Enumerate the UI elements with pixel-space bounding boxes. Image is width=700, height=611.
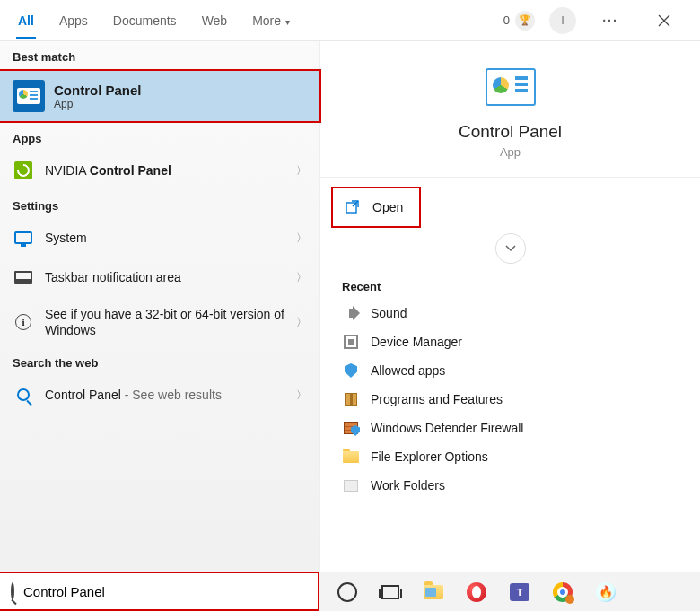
points-value: 0 (503, 13, 510, 27)
settings-label: Settings (0, 190, 319, 218)
taskview-icon (381, 585, 399, 599)
close-icon[interactable] (644, 1, 684, 40)
filter-tabs: All Apps Documents Web More ▾ (16, 3, 292, 39)
folder-icon (342, 476, 360, 494)
more-options-icon[interactable]: ··· (591, 1, 630, 40)
recent-list: Sound Device Manager Allowed apps Progra… (320, 299, 700, 500)
chevron-right-icon: 〉 (296, 231, 307, 246)
recent-file-explorer-options[interactable]: File Explorer Options (331, 442, 689, 471)
web-search-control-panel[interactable]: Control Panel - See web results 〉 (0, 375, 319, 415)
search-input[interactable] (23, 584, 307, 599)
nvidia-icon (13, 160, 34, 181)
taskbar-icon (13, 266, 34, 288)
paint-icon (596, 582, 616, 602)
preview-pane: Control Panel App Open Recent Sound Devi… (319, 41, 700, 611)
best-match-text: Control Panel App (54, 83, 142, 110)
setting-label: Taskbar notification area (45, 270, 289, 284)
body: Best match Control Panel App Apps NVIDIA… (0, 41, 700, 611)
best-match-label: Best match (0, 41, 319, 69)
opera-icon (467, 582, 486, 602)
header-right: 0 🏆 I ··· (503, 1, 684, 40)
recent-item-label: Sound (371, 306, 407, 320)
best-match-subtitle: App (54, 98, 142, 110)
recent-device-manager[interactable]: Device Manager (331, 327, 689, 356)
box-icon (342, 390, 360, 408)
preview-subtitle: App (500, 145, 521, 159)
trophy-icon: 🏆 (515, 11, 535, 31)
cortana-icon (337, 582, 357, 602)
expand-actions (320, 228, 700, 269)
results-pane: Best match Control Panel App Apps NVIDIA… (0, 41, 319, 611)
app-nvidia-control-panel[interactable]: NVIDIA Control Panel 〉 (0, 151, 319, 190)
taskbar-opera[interactable] (458, 576, 495, 608)
chevron-right-icon: 〉 (296, 315, 307, 330)
setting-32-64-bit[interactable]: i See if you have a 32-bit or 64-bit ver… (0, 297, 319, 347)
setting-label: System (45, 231, 289, 245)
taskbar-explorer[interactable] (415, 576, 452, 608)
tab-documents[interactable]: Documents (111, 3, 179, 39)
app-label: NVIDIA Control Panel (45, 163, 289, 178)
recent-item-label: Windows Defender Firewall (371, 421, 523, 435)
folder-icon (342, 448, 360, 466)
chip-icon (342, 333, 360, 351)
recent-item-label: Work Folders (371, 478, 445, 493)
recent-item-label: Device Manager (371, 335, 462, 349)
search-icon (11, 584, 14, 598)
file-explorer-icon (424, 585, 443, 599)
best-match-title: Control Panel (54, 83, 142, 98)
tab-more[interactable]: More ▾ (250, 3, 292, 39)
open-label: Open (372, 200, 403, 214)
svg-line-3 (353, 201, 358, 206)
taskbar: T (319, 572, 700, 611)
chrome-icon (553, 582, 573, 602)
search-web-label: Search the web (0, 347, 319, 375)
apps-label: Apps (0, 123, 319, 151)
web-label: Control Panel - See web results (45, 388, 289, 402)
setting-system[interactable]: System 〉 (0, 218, 319, 257)
search-bar[interactable] (0, 572, 319, 611)
taskbar-teams[interactable]: T (501, 576, 538, 608)
info-icon: i (13, 311, 34, 333)
open-action[interactable]: Open (331, 187, 421, 228)
taskbar-chrome[interactable] (544, 576, 582, 608)
recent-work-folders[interactable]: Work Folders (331, 471, 689, 500)
recent-item-label: File Explorer Options (371, 450, 488, 464)
monitor-icon (13, 227, 34, 249)
preview-header: Control Panel App (320, 59, 700, 178)
shield-icon (342, 362, 360, 380)
chevron-right-icon: 〉 (296, 388, 307, 403)
preview-title: Control Panel (459, 122, 562, 142)
best-match-result[interactable]: Control Panel App (0, 69, 321, 123)
header-bar: All Apps Documents Web More ▾ 0 🏆 I ··· (0, 0, 700, 41)
setting-taskbar-notification[interactable]: Taskbar notification area 〉 (0, 257, 319, 297)
chevron-right-icon: 〉 (296, 163, 307, 179)
chevron-down-icon: ▾ (283, 17, 290, 27)
recent-item-label: Allowed apps (371, 363, 445, 378)
tab-all[interactable]: All (16, 3, 36, 39)
recent-sound[interactable]: Sound (331, 299, 689, 327)
taskbar-cortana[interactable] (328, 576, 366, 608)
recent-label: Recent (320, 269, 700, 299)
chevron-right-icon: 〉 (296, 270, 307, 285)
speaker-icon (342, 304, 360, 322)
open-icon (342, 196, 363, 218)
tab-apps[interactable]: Apps (57, 3, 90, 39)
taskbar-taskview[interactable] (372, 576, 409, 608)
recent-defender-firewall[interactable]: Windows Defender Firewall (331, 414, 689, 442)
tab-web[interactable]: Web (200, 3, 230, 39)
teams-icon: T (510, 583, 529, 601)
control-panel-icon (486, 68, 536, 106)
taskbar-paint[interactable] (587, 576, 625, 608)
user-avatar[interactable]: I (549, 7, 576, 34)
recent-item-label: Programs and Features (371, 392, 503, 406)
recent-allowed-apps[interactable]: Allowed apps (331, 356, 689, 385)
recent-programs-features[interactable]: Programs and Features (331, 385, 689, 414)
control-panel-icon (13, 80, 45, 112)
chevron-down-icon[interactable] (495, 233, 526, 264)
setting-label: See if you have a 32-bit or 64-bit versi… (45, 306, 289, 338)
firewall-icon (342, 419, 360, 437)
search-icon (13, 384, 34, 406)
rewards-points[interactable]: 0 🏆 (503, 11, 535, 31)
search-window: All Apps Documents Web More ▾ 0 🏆 I ··· … (0, 0, 700, 611)
